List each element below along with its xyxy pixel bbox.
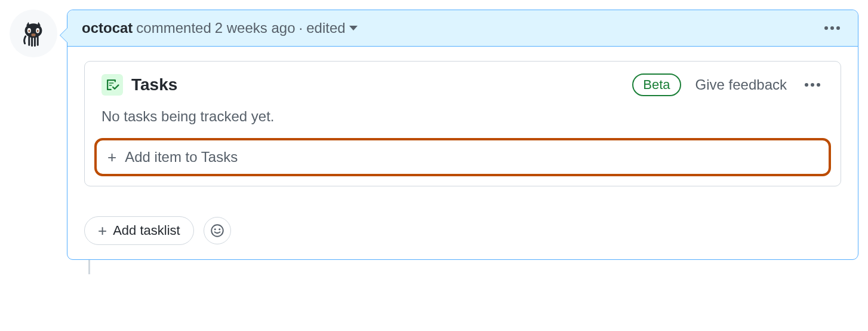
octocat-icon [16,16,51,51]
svg-point-6 [31,33,35,36]
add-item-button[interactable]: + Add item to Tasks [94,138,831,176]
svg-point-4 [28,30,30,32]
svg-point-5 [37,30,39,32]
edited-label: edited [306,20,345,36]
smiley-icon [210,223,224,238]
comment-body: Tasks Beta Give feedback No ta [67,47,858,259]
comment-box: octocat commented 2 weeks ago · edited [67,10,858,260]
tasks-title: Tasks [131,75,177,94]
kebab-icon [824,26,828,30]
comment-footer-actions: + Add tasklist [84,216,841,245]
comment-meta: octocat commented 2 weeks ago · edited [82,20,358,36]
author-link[interactable]: octocat [82,20,133,36]
comment-actions-menu[interactable] [821,23,844,33]
plus-icon: + [107,149,116,165]
svg-point-9 [218,228,220,230]
timeline-connector [88,260,90,274]
add-reaction-button[interactable] [204,217,231,244]
meta-separator: · [299,20,303,36]
tasks-header: Tasks Beta Give feedback [85,62,841,103]
commented-label: commented [136,20,211,36]
comment-header: octocat commented 2 weeks ago · edited [67,10,858,47]
plus-icon: + [98,223,107,238]
avatar[interactable] [10,10,57,57]
add-tasklist-label: Add tasklist [113,223,180,238]
comment-container: octocat commented 2 weeks ago · edited [10,10,858,274]
add-item-label: Add item to Tasks [125,149,238,166]
caret-down-icon [349,26,358,30]
feedback-link[interactable]: Give feedback [695,76,787,93]
edited-dropdown[interactable]: edited [306,20,357,36]
svg-point-7 [211,225,223,237]
tasks-panel: Tasks Beta Give feedback No ta [84,61,841,186]
svg-point-8 [214,228,216,230]
tasks-actions-menu[interactable] [801,79,824,90]
tasklist-icon [101,74,123,96]
add-tasklist-button[interactable]: + Add tasklist [84,216,194,245]
timestamp[interactable]: 2 weeks ago [215,20,296,36]
beta-badge: Beta [632,73,681,96]
kebab-icon [805,83,808,87]
tasks-empty-message: No tasks being tracked yet. [85,103,841,136]
comment-arrow [60,28,67,42]
